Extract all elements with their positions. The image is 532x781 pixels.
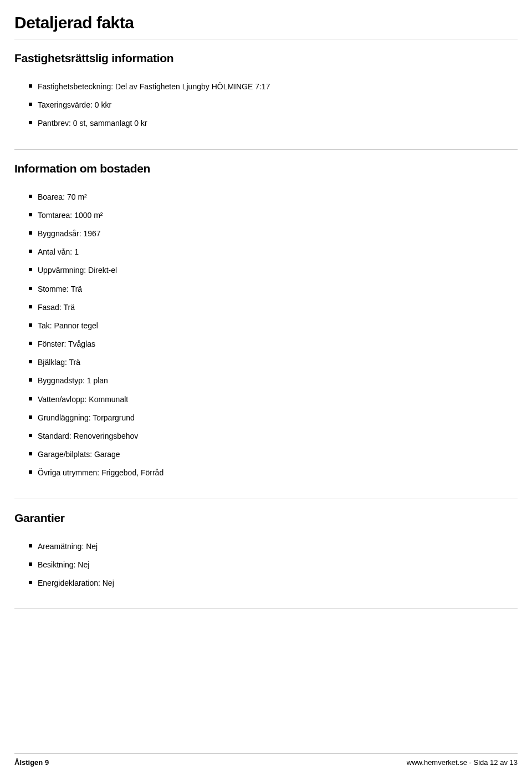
section-title: Garantier xyxy=(14,511,518,525)
footer-page-info: www.hemverket.se - Sida 12 av 13 xyxy=(407,758,518,767)
divider xyxy=(14,608,518,609)
list-item: Garage/bilplats: Garage xyxy=(14,449,518,459)
list-item: Grundläggning: Torpargrund xyxy=(14,413,518,423)
list-item: Bjälklag: Trä xyxy=(14,357,518,367)
list-item: Byggnadstyp: 1 plan xyxy=(14,376,518,386)
list-item: Stomme: Trä xyxy=(14,284,518,294)
list-item: Taxeringsvärde: 0 kkr xyxy=(14,100,518,110)
section-dwelling-info: Information om bostaden Boarea: 70 m² To… xyxy=(14,150,518,499)
page-footer: Ålstigen 9 www.hemverket.se - Sida 12 av… xyxy=(14,753,518,767)
list-item: Övriga utrymmen: Friggebod, Förråd xyxy=(14,468,518,478)
list-item: Areamätning: Nej xyxy=(14,541,518,551)
info-list: Boarea: 70 m² Tomtarea: 1000 m² Byggnads… xyxy=(14,182,518,499)
divider xyxy=(14,753,518,754)
list-item: Vatten/avlopp: Kommunalt xyxy=(14,394,518,404)
list-item: Pantbrev: 0 st, sammanlagt 0 kr xyxy=(14,118,518,128)
section-guarantees: Garantier Areamätning: Nej Besiktning: N… xyxy=(14,499,518,610)
list-item: Boarea: 70 m² xyxy=(14,192,518,202)
list-item: Fasad: Trä xyxy=(14,302,518,312)
list-item: Tomtarea: 1000 m² xyxy=(14,210,518,220)
list-item: Energideklaration: Nej xyxy=(14,578,518,588)
page-title: Detaljerad fakta xyxy=(14,13,518,32)
list-item: Uppvärmning: Direkt-el xyxy=(14,265,518,275)
section-title: Information om bostaden xyxy=(14,162,518,175)
list-item: Byggnadsår: 1967 xyxy=(14,229,518,239)
footer-address: Ålstigen 9 xyxy=(14,758,49,767)
section-title: Fastighetsrättslig information xyxy=(14,52,518,65)
section-property-legal: Fastighetsrättslig information Fastighet… xyxy=(14,39,518,150)
info-list: Areamätning: Nej Besiktning: Nej Energid… xyxy=(14,531,518,609)
list-item: Fastighetsbeteckning: Del av Fastigheten… xyxy=(14,82,518,92)
list-item: Tak: Pannor tegel xyxy=(14,321,518,331)
list-item: Standard: Renoveringsbehov xyxy=(14,431,518,441)
list-item: Antal vån: 1 xyxy=(14,247,518,257)
list-item: Fönster: Tvåglas xyxy=(14,339,518,349)
list-item: Besiktning: Nej xyxy=(14,560,518,570)
info-list: Fastighetsbeteckning: Del av Fastigheten… xyxy=(14,72,518,149)
